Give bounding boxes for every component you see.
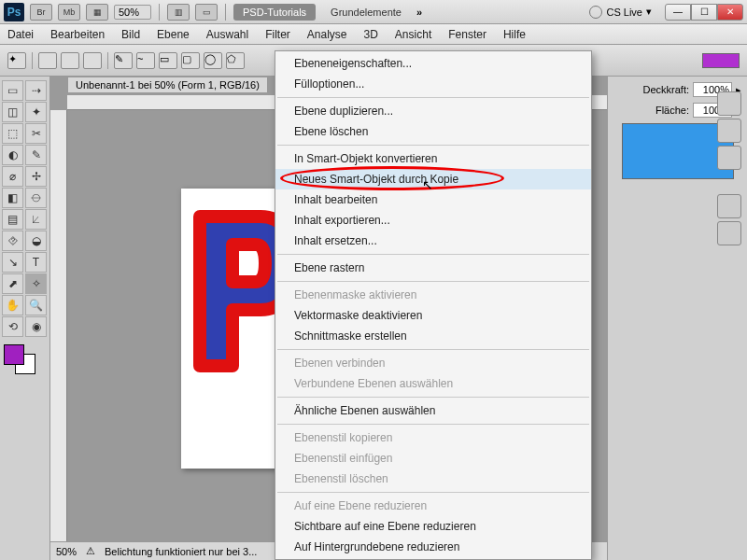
- menu-bild[interactable]: Bild: [121, 28, 140, 41]
- tool-slot-4[interactable]: ⬚: [2, 123, 23, 144]
- tool-slot-20[interactable]: ✋: [2, 295, 23, 315]
- menu-datei[interactable]: Datei: [7, 28, 34, 41]
- chevron-down-icon: ▾: [646, 6, 652, 18]
- context-menu-separator: [277, 349, 589, 350]
- tool-slot-11[interactable]: ⦵: [25, 188, 47, 208]
- menu-auswahl[interactable]: Auswahl: [206, 28, 248, 41]
- context-menu-separator: [277, 145, 589, 146]
- ruler-vertical[interactable]: [50, 110, 67, 541]
- cslive-button[interactable]: CS Live ▾: [589, 6, 652, 19]
- tool-slot-10[interactable]: ◧: [2, 188, 23, 208]
- dock-history-icon[interactable]: [717, 194, 741, 218]
- roundrect-icon[interactable]: ▢: [181, 52, 200, 69]
- color-swatch[interactable]: [702, 53, 740, 68]
- context-menu-item[interactable]: Ebene duplizieren...: [275, 101, 591, 121]
- bridge-icon[interactable]: Br: [30, 4, 52, 21]
- context-menu-item[interactable]: In Smart-Objekt konvertieren: [275, 148, 591, 169]
- ellipse-icon[interactable]: ◯: [204, 52, 222, 69]
- screen-mode-icon[interactable]: ▭: [195, 4, 218, 21]
- context-menu-item[interactable]: Inhalt exportieren...: [275, 210, 591, 231]
- tool-slot-13[interactable]: ⟀: [25, 209, 47, 230]
- tool-slot-21[interactable]: 🔍: [25, 295, 47, 315]
- dock-adjustments-icon[interactable]: [717, 119, 741, 143]
- tool-slot-16[interactable]: ↘: [2, 252, 23, 273]
- tool-slot-6[interactable]: ◐: [2, 145, 23, 165]
- zoom-level-select[interactable]: 50%: [114, 5, 151, 20]
- tool-slot-8[interactable]: ⌀: [2, 166, 23, 187]
- status-hint-icon: ⚠: [86, 545, 95, 557]
- context-menu-item[interactable]: Vektormaske deaktivieren: [275, 305, 591, 326]
- tool-slot-18[interactable]: ⬈: [2, 273, 23, 294]
- dock-actions-icon[interactable]: [717, 221, 741, 245]
- minibridge-icon[interactable]: Mb: [58, 4, 80, 21]
- context-menu-item[interactable]: Inhalt ersetzen...: [275, 231, 591, 251]
- context-menu-item: Auf eine Ebene reduzieren: [275, 496, 591, 516]
- pen-icon[interactable]: ✎: [114, 52, 133, 69]
- color-swatches[interactable]: [2, 344, 39, 376]
- status-zoom[interactable]: 50%: [56, 546, 77, 557]
- rect-icon[interactable]: ▭: [159, 52, 177, 69]
- tool-slot-22[interactable]: ⟲: [2, 316, 23, 337]
- tool-slot-23[interactable]: ◉: [25, 316, 47, 337]
- tool-slot-1[interactable]: ⇢: [25, 80, 47, 101]
- minimize-button[interactable]: —: [665, 4, 691, 21]
- tool-slot-12[interactable]: ▤: [2, 209, 23, 230]
- fill-label: Fläche:: [655, 105, 689, 116]
- context-menu-item: Ebenenstil einfügen: [275, 448, 591, 469]
- shape-layers-icon[interactable]: [38, 52, 57, 69]
- dock-layers-icon[interactable]: [717, 91, 741, 116]
- menu-ebene[interactable]: Ebene: [157, 28, 190, 41]
- dock-masks-icon[interactable]: [717, 146, 741, 170]
- context-menu-item[interactable]: Ebeneneigenschaften...: [275, 53, 591, 74]
- context-menu-separator: [277, 492, 589, 493]
- context-menu-item[interactable]: Sichtbare auf eine Ebene reduzieren: [275, 516, 591, 537]
- view-extras-icon[interactable]: ▦: [86, 4, 108, 21]
- tool-slot-2[interactable]: ◫: [2, 102, 23, 122]
- status-hint: Belichtung funktioniert nur bei 3...: [105, 546, 257, 557]
- tool-slot-14[interactable]: ⯑: [2, 231, 23, 251]
- workspace-tab-tutorials[interactable]: PSD-Tutorials: [233, 4, 316, 21]
- context-menu-item[interactable]: Neues Smart-Objekt durch Kopie: [275, 169, 591, 189]
- tool-slot-15[interactable]: ◒: [25, 231, 47, 251]
- freeform-icon[interactable]: ~: [136, 52, 155, 69]
- foreground-color-swatch[interactable]: [4, 344, 24, 365]
- context-menu-item[interactable]: Ähnliche Ebenen auswählen: [275, 400, 591, 421]
- context-menu-item[interactable]: Inhalt bearbeiten: [275, 189, 591, 210]
- workspace-more-icon[interactable]: »: [416, 7, 422, 18]
- menu-ansicht[interactable]: Ansicht: [395, 28, 431, 41]
- menu-3d[interactable]: 3D: [364, 28, 378, 41]
- menu-hilfe[interactable]: Hilfe: [503, 28, 526, 41]
- context-menu-item[interactable]: Schnittmaske erstellen: [275, 326, 591, 346]
- polygon-icon[interactable]: ⬠: [226, 52, 245, 69]
- panel-dock: [717, 77, 745, 245]
- tool-slot-0[interactable]: ▭: [2, 80, 23, 101]
- opacity-label: Deckkraft:: [642, 84, 689, 95]
- context-menu-item[interactable]: Ebene löschen: [275, 121, 591, 142]
- context-menu-item[interactable]: Ebene rastern: [275, 258, 591, 278]
- fill-pixels-icon[interactable]: [83, 52, 102, 69]
- context-menu-item: Ebenenstil kopieren: [275, 427, 591, 448]
- close-button[interactable]: ✕: [717, 4, 743, 21]
- menu-bearbeiten[interactable]: Bearbeiten: [50, 28, 105, 41]
- tool-slot-19[interactable]: ✧: [25, 273, 47, 294]
- arrange-docs-icon[interactable]: ▥: [167, 4, 190, 21]
- context-menu-item: Verbundene Ebenen auswählen: [275, 373, 591, 394]
- tool-slot-3[interactable]: ✦: [25, 102, 47, 122]
- document-tab[interactable]: Unbenannt-1 bei 50% (Form 1, RGB/16): [67, 77, 268, 93]
- tool-slot-17[interactable]: T: [25, 252, 47, 273]
- menu-fenster[interactable]: Fenster: [448, 28, 486, 41]
- menu-filter[interactable]: Filter: [265, 28, 290, 41]
- context-menu-item[interactable]: Auf Hintergrundebene reduzieren: [275, 537, 591, 557]
- menu-analyse[interactable]: Analyse: [307, 28, 347, 41]
- tool-preset-icon[interactable]: ✦: [7, 52, 26, 69]
- menubar: Datei Bearbeiten Bild Ebene Auswahl Filt…: [0, 24, 747, 45]
- paths-icon[interactable]: [61, 52, 79, 69]
- context-menu-item[interactable]: Fülloptionen...: [275, 74, 591, 94]
- tool-slot-7[interactable]: ✎: [25, 145, 47, 165]
- maximize-button[interactable]: ☐: [691, 4, 717, 21]
- workspace-tab-grundelemente[interactable]: Grundelemente: [321, 4, 411, 21]
- context-menu-separator: [277, 397, 589, 398]
- tool-slot-5[interactable]: ✂: [25, 123, 47, 144]
- context-menu-item: Ebenen verbinden: [275, 353, 591, 373]
- tool-slot-9[interactable]: ✢: [25, 166, 47, 187]
